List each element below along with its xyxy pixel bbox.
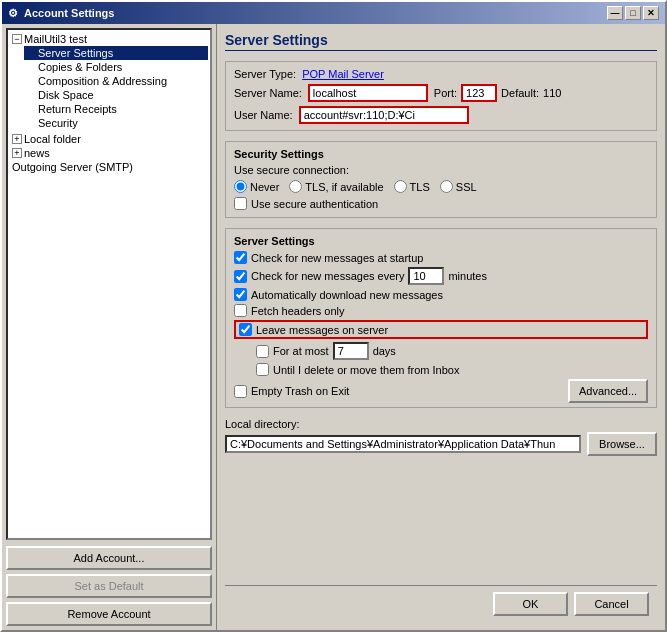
leave-messages-item[interactable]: Leave messages on server xyxy=(234,320,648,339)
check-every-checkbox[interactable] xyxy=(234,270,247,283)
port-input[interactable] xyxy=(461,84,497,102)
fetch-headers-checkbox[interactable] xyxy=(234,304,247,317)
tree-item-mailutil3[interactable]: − MailUtil3 test xyxy=(10,32,208,46)
user-name-label: User Name: xyxy=(234,109,293,121)
radio-tls-label: TLS xyxy=(410,181,430,193)
use-secure-auth-checkbox[interactable] xyxy=(234,197,247,210)
radio-ssl-label: SSL xyxy=(456,181,477,193)
account-tree[interactable]: − MailUtil3 test Server Settings Copies … xyxy=(6,28,212,540)
for-at-most-label: For at most xyxy=(273,345,329,357)
auto-download-item[interactable]: Automatically download new messages xyxy=(234,288,648,301)
left-buttons: Add Account... Set as Default Remove Acc… xyxy=(6,540,212,626)
until-delete-checkbox[interactable] xyxy=(256,363,269,376)
add-account-button[interactable]: Add Account... xyxy=(6,546,212,570)
server-type-row: Server Type: POP Mail Server xyxy=(234,68,648,80)
maximize-button[interactable]: □ xyxy=(625,6,641,20)
tree-label-disk-space: Disk Space xyxy=(38,89,94,101)
expander-mailutil3[interactable]: − xyxy=(12,34,22,44)
tree-item-news[interactable]: + news xyxy=(10,146,208,160)
empty-trash-checkbox[interactable] xyxy=(234,385,247,398)
tree-item-copies-folders[interactable]: Copies & Folders xyxy=(24,60,208,74)
tree-item-security[interactable]: Security xyxy=(24,116,208,130)
tree-item-server-settings[interactable]: Server Settings xyxy=(24,46,208,60)
auto-download-label: Automatically download new messages xyxy=(251,289,443,301)
radio-tls-available-label: TLS, if available xyxy=(305,181,383,193)
window-title: Account Settings xyxy=(24,7,114,19)
check-startup-label: Check for new messages at startup xyxy=(251,252,423,264)
check-startup-checkbox[interactable] xyxy=(234,251,247,264)
check-every-item[interactable]: Check for new messages every minutes xyxy=(234,267,648,285)
close-button[interactable]: ✕ xyxy=(643,6,659,20)
expander-local-folder[interactable]: + xyxy=(12,134,22,144)
check-startup-item[interactable]: Check for new messages at startup xyxy=(234,251,648,264)
tree-label-copies-folders: Copies & Folders xyxy=(38,61,122,73)
tree-item-local-folder[interactable]: + Local folder xyxy=(10,132,208,146)
local-dir-row: Browse... xyxy=(225,432,657,456)
local-dir-section: Local directory: Browse... xyxy=(225,418,657,456)
cancel-button[interactable]: Cancel xyxy=(574,592,649,616)
tree-item-return-receipts[interactable]: Return Receipts xyxy=(24,102,208,116)
user-name-input[interactable] xyxy=(299,106,469,124)
advanced-button[interactable]: Advanced... xyxy=(568,379,648,403)
security-section-title: Security Settings xyxy=(234,148,648,160)
server-name-label: Server Name: xyxy=(234,87,302,99)
days-label: days xyxy=(373,345,396,357)
right-panel: Server Settings Server Type: POP Mail Se… xyxy=(217,24,665,630)
account-settings-window: ⚙ Account Settings — □ ✕ − MailUtil3 tes… xyxy=(0,0,667,632)
panel-title: Server Settings xyxy=(225,32,657,51)
radio-ssl-input[interactable] xyxy=(440,180,453,193)
for-at-most-item[interactable]: For at most days xyxy=(234,342,648,360)
tree-item-outgoing-smtp[interactable]: Outgoing Server (SMTP) xyxy=(10,160,208,174)
fetch-headers-item[interactable]: Fetch headers only xyxy=(234,304,648,317)
tree-label-mailutil3: MailUtil3 test xyxy=(24,33,87,45)
secure-connection-radio-group: Never TLS, if available TLS SSL xyxy=(234,180,648,193)
empty-trash-label: Empty Trash on Exit xyxy=(251,385,349,397)
server-type-value: POP Mail Server xyxy=(302,68,384,80)
leave-messages-label: Leave messages on server xyxy=(256,324,388,336)
server-name-input[interactable] xyxy=(308,84,428,102)
tree-item-disk-space[interactable]: Disk Space xyxy=(24,88,208,102)
default-label: Default: xyxy=(501,87,539,99)
auto-download-checkbox[interactable] xyxy=(234,288,247,301)
for-at-most-checkbox[interactable] xyxy=(256,345,269,358)
check-every-input[interactable] xyxy=(408,267,444,285)
fetch-headers-label: Fetch headers only xyxy=(251,305,345,317)
until-delete-item[interactable]: Until I delete or move them from Inbox xyxy=(234,363,648,376)
title-bar-controls: — □ ✕ xyxy=(607,6,659,20)
set-default-button[interactable]: Set as Default xyxy=(6,574,212,598)
browse-button[interactable]: Browse... xyxy=(587,432,657,456)
radio-never[interactable]: Never xyxy=(234,180,279,193)
expander-news[interactable]: + xyxy=(12,148,22,158)
tree-label-outgoing-smtp: Outgoing Server (SMTP) xyxy=(12,161,133,173)
until-delete-label: Until I delete or move them from Inbox xyxy=(273,364,459,376)
radio-tls[interactable]: TLS xyxy=(394,180,430,193)
title-bar: ⚙ Account Settings — □ ✕ xyxy=(2,2,665,24)
minimize-button[interactable]: — xyxy=(607,6,623,20)
remove-account-button[interactable]: Remove Account xyxy=(6,602,212,626)
radio-tls-available-input[interactable] xyxy=(289,180,302,193)
ok-button[interactable]: OK xyxy=(493,592,568,616)
check-every-label: Check for new messages every xyxy=(251,270,404,282)
radio-tls-input[interactable] xyxy=(394,180,407,193)
minutes-label: minutes xyxy=(448,270,487,282)
default-value: 110 xyxy=(543,87,561,99)
empty-trash-item[interactable]: Empty Trash on Exit xyxy=(234,385,349,398)
left-panel: − MailUtil3 test Server Settings Copies … xyxy=(2,24,217,630)
for-at-most-input[interactable] xyxy=(333,342,369,360)
radio-never-input[interactable] xyxy=(234,180,247,193)
local-dir-input[interactable] xyxy=(225,435,581,453)
leave-messages-checkbox[interactable] xyxy=(239,323,252,336)
use-secure-auth-checkbox-item[interactable]: Use secure authentication xyxy=(234,197,648,210)
radio-tls-available[interactable]: TLS, if available xyxy=(289,180,383,193)
server-settings-section-title: Server Settings xyxy=(234,235,648,247)
tree-label-server-settings: Server Settings xyxy=(38,47,113,59)
tree-item-composition[interactable]: Composition & Addressing xyxy=(24,74,208,88)
tree-label-composition: Composition & Addressing xyxy=(38,75,167,87)
radio-ssl[interactable]: SSL xyxy=(440,180,477,193)
tree-label-security: Security xyxy=(38,117,78,129)
local-dir-label: Local directory: xyxy=(225,418,300,430)
server-type-label: Server Type: xyxy=(234,68,296,80)
bottom-buttons: OK Cancel xyxy=(225,585,657,622)
port-label: Port: xyxy=(434,87,457,99)
server-info-section: Server Type: POP Mail Server Server Name… xyxy=(225,61,657,131)
